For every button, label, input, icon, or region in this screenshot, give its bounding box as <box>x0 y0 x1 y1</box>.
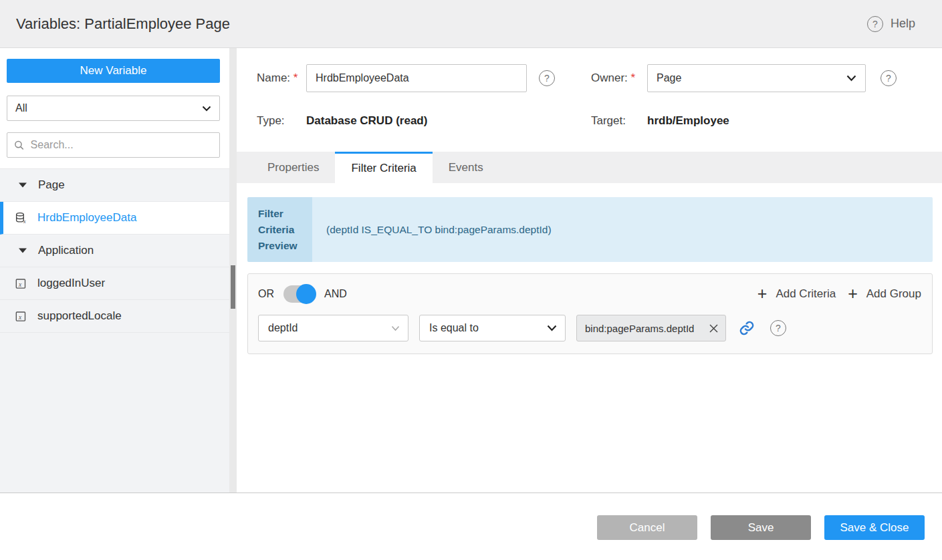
editor-tabs: Properties Filter Criteria Events <box>237 152 942 183</box>
criteria-builder: OR AND + Add Criteria <box>247 273 933 354</box>
variable-editor-panel: Name: * ? Owner: * Page <box>237 48 942 493</box>
static-variable-icon: x <box>15 310 27 323</box>
chevron-down-icon <box>547 325 557 331</box>
criteria-value-chip[interactable]: bind:pageParams.deptId <box>576 315 726 341</box>
owner-select-value: Page <box>657 72 681 84</box>
toggle-knob <box>296 284 316 304</box>
name-help-icon[interactable]: ? <box>539 70 555 86</box>
sidebar-controls: New Variable All <box>0 48 229 168</box>
save-close-button[interactable]: Save & Close <box>824 515 925 540</box>
tree-item-label: supportedLocale <box>37 309 122 323</box>
target-value: hrdb/Employee <box>647 114 729 128</box>
tab-properties[interactable]: Properties <box>251 152 335 183</box>
help-button[interactable]: ? Help <box>867 16 915 32</box>
type-value: Database CRUD (read) <box>306 114 427 128</box>
logic-toggle[interactable] <box>283 285 315 303</box>
add-group-button[interactable]: + Add Group <box>848 286 921 303</box>
save-button[interactable]: Save <box>711 515 811 540</box>
required-asterisk: * <box>631 72 636 84</box>
type-label: Type: <box>257 114 306 128</box>
tab-filter-criteria[interactable]: Filter Criteria <box>335 152 432 183</box>
required-asterisk: * <box>293 72 298 84</box>
criteria-value-text: bind:pageParams.deptId <box>585 323 694 334</box>
name-label: Name: * <box>257 72 306 85</box>
logic-operator-group: OR AND <box>258 285 347 303</box>
database-variable-icon: x <box>15 212 27 225</box>
chevron-down-icon <box>391 325 400 331</box>
svg-text:x: x <box>18 281 22 287</box>
filter-dropdown-value: All <box>15 102 27 114</box>
name-field[interactable] <box>306 64 527 92</box>
plus-icon: + <box>848 285 858 302</box>
tree-item-label: loggedInUser <box>37 277 105 290</box>
chevron-down-icon <box>846 75 856 82</box>
chevron-down-icon <box>202 106 211 112</box>
cancel-button[interactable]: Cancel <box>597 515 697 540</box>
help-circle-icon: ? <box>867 16 883 32</box>
criteria-field-select[interactable]: deptId <box>258 315 408 341</box>
sidebar-scrollbar[interactable] <box>229 48 237 493</box>
tab-events[interactable]: Events <box>433 152 499 183</box>
criteria-condition-select[interactable]: Is equal to <box>419 315 566 341</box>
tree-group-label: Page <box>38 178 65 192</box>
svg-text:x: x <box>23 219 26 225</box>
variables-dialog: Variables: PartialEmployee Page ? Help N… <box>0 0 942 560</box>
add-criteria-button[interactable]: + Add Criteria <box>757 286 836 303</box>
tree-item-label: HrdbEmployeeData <box>37 211 136 225</box>
owner-label: Owner: * <box>591 72 647 85</box>
criteria-row: deptId Is equal to bind:pa <box>258 315 921 341</box>
close-icon[interactable] <box>708 323 719 334</box>
search-input[interactable] <box>31 139 213 151</box>
variables-sidebar: New Variable All <box>0 48 229 493</box>
logic-or-label[interactable]: OR <box>258 288 274 300</box>
dialog-footer: Cancel Save Save & Close <box>0 493 942 560</box>
variable-search[interactable] <box>7 132 220 158</box>
filter-criteria-preview: Filter Criteria Preview (deptId IS_EQUAL… <box>247 197 933 262</box>
variable-type-filter-dropdown[interactable]: All <box>7 96 220 121</box>
logic-and-label[interactable]: AND <box>324 288 347 300</box>
criteria-field-value: deptId <box>268 322 298 334</box>
tree-item-supportedlocale[interactable]: x supportedLocale <box>0 300 229 333</box>
target-label: Target: <box>591 114 647 128</box>
criteria-condition-value: Is equal to <box>429 322 479 334</box>
tree-group-application[interactable]: Application <box>0 235 229 267</box>
owner-select[interactable]: Page <box>647 64 866 92</box>
page-title: Variables: PartialEmployee Page <box>16 15 230 33</box>
filter-criteria-tab-content: Filter Criteria Preview (deptId IS_EQUAL… <box>237 183 942 354</box>
tree-item-hrdbemployeedata[interactable]: x HrdbEmployeeData <box>0 202 229 235</box>
search-icon <box>14 140 25 151</box>
preview-value: (deptId IS_EQUAL_TO bind:pageParams.dept… <box>312 197 933 262</box>
new-variable-button[interactable]: New Variable <box>7 59 220 83</box>
static-variable-icon: x <box>15 277 27 290</box>
triangle-down-icon <box>19 182 27 188</box>
owner-help-icon[interactable]: ? <box>880 70 897 86</box>
triangle-down-icon <box>19 248 27 253</box>
svg-text:x: x <box>18 313 22 320</box>
plus-icon: + <box>757 285 768 302</box>
dialog-header: Variables: PartialEmployee Page ? Help <box>0 0 942 48</box>
tree-item-loggedinuser[interactable]: x loggedInUser <box>0 267 229 300</box>
scrollbar-thumb[interactable] <box>231 265 235 309</box>
criteria-help-icon[interactable]: ? <box>770 320 786 336</box>
bind-link-icon[interactable] <box>739 320 755 336</box>
variable-form: Name: * ? Owner: * Page <box>237 48 942 128</box>
preview-label: Filter Criteria Preview <box>247 197 312 262</box>
variable-tree: Page x HrdbEmployeeData Applicatio <box>0 168 229 333</box>
tree-group-page[interactable]: Page <box>0 169 229 202</box>
tree-group-label: Application <box>38 244 94 257</box>
help-label: Help <box>891 17 915 31</box>
